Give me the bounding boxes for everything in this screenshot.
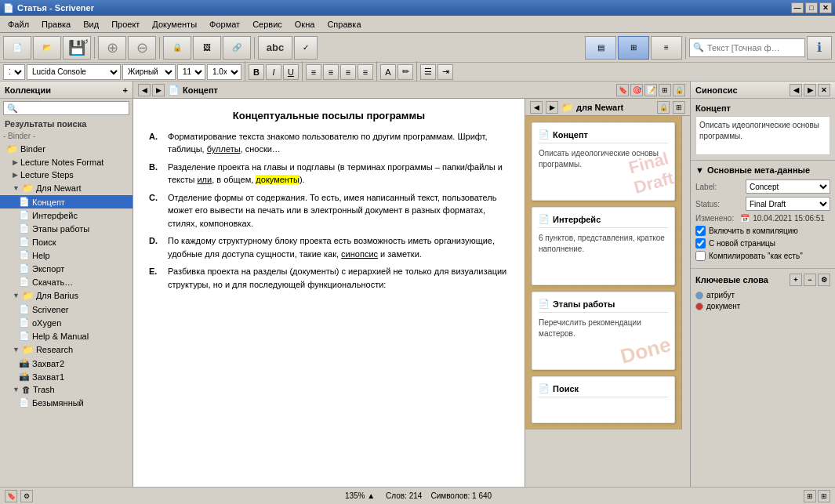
- target-button[interactable]: 🎯: [630, 84, 643, 96]
- open-button[interactable]: 📂: [33, 36, 61, 60]
- abc-button[interactable]: abc: [258, 36, 292, 60]
- keyword-settings-btn[interactable]: ⚙: [818, 274, 830, 286]
- keyword-remove-btn[interactable]: −: [804, 274, 816, 286]
- align-justify-button[interactable]: ≡: [358, 64, 373, 80]
- delete-button[interactable]: ⊖: [128, 36, 156, 60]
- info-button[interactable]: ℹ: [807, 36, 832, 60]
- list-button[interactable]: ☰: [420, 64, 436, 80]
- image-button[interactable]: 🖼: [193, 36, 221, 60]
- sidebar-item-lecture-notes[interactable]: ▶ Lecture Notes Format: [0, 156, 133, 169]
- menu-service[interactable]: Сервис: [246, 18, 289, 31]
- highlight-button[interactable]: ✏: [398, 64, 413, 80]
- sidebar-item-concept[interactable]: 📄 Концепт: [0, 195, 133, 208]
- font-select[interactable]: Lucida Console: [27, 64, 121, 80]
- card-etapy[interactable]: 📄 Этапы работы Перечислить рекомендации …: [532, 292, 675, 370]
- italic-button[interactable]: I: [266, 64, 281, 80]
- maximize-button[interactable]: □: [805, 2, 818, 13]
- checkbox-newpage[interactable]: [695, 238, 706, 248]
- spacing-select[interactable]: 1.0x: [207, 64, 241, 80]
- add-button[interactable]: ⊕: [98, 36, 126, 60]
- menu-windows[interactable]: Окна: [289, 18, 321, 31]
- align-right-button[interactable]: ≡: [340, 64, 356, 80]
- forward-button[interactable]: ▶: [152, 84, 165, 96]
- sidebar-item-research[interactable]: ▼ 📁 Research: [0, 343, 133, 357]
- checkbox-asis[interactable]: [695, 251, 706, 261]
- status-right-btn-2[interactable]: ⊞: [818, 490, 830, 502]
- align-center-button[interactable]: ≡: [323, 64, 339, 80]
- sidebar-item-zahvat1[interactable]: 📸 Захват1: [0, 370, 133, 383]
- font-color-button[interactable]: A: [380, 64, 396, 80]
- sidebar-item-bezymyanny[interactable]: 📄 Безымянный: [0, 396, 133, 409]
- card-content-etapy: Перечислить рекомендации мастеров.: [539, 317, 668, 339]
- sidebar-search-input[interactable]: [20, 104, 125, 113]
- new-doc-button[interactable]: 📄: [3, 36, 31, 60]
- menu-documents[interactable]: Документы: [146, 18, 203, 31]
- sidebar-item-export[interactable]: 📄 Экспорт: [0, 262, 133, 275]
- cork-back-btn[interactable]: ◀: [530, 101, 543, 114]
- sidebar-item-binder[interactable]: 📁 Binder: [0, 142, 133, 156]
- sidebar-item-help-manual[interactable]: 📄 Help & Manual: [0, 329, 133, 343]
- title-text: Статья - Scrivener: [17, 3, 94, 13]
- keyword-add-btn[interactable]: +: [790, 274, 802, 286]
- card-concept[interactable]: 📄 Концепт Описать идеологические основы …: [532, 122, 675, 201]
- sidebar-item-download[interactable]: 📄 Скачать…: [0, 275, 133, 288]
- indent-button[interactable]: ⇥: [437, 64, 453, 80]
- sidebar-item-etapy[interactable]: 📄 Этапы работы: [0, 222, 133, 235]
- minimize-button[interactable]: —: [791, 2, 804, 13]
- sidebar-item-scrivener[interactable]: 📄 Scrivener: [0, 303, 133, 316]
- style-select[interactable]: 1a: [3, 64, 25, 80]
- checkbox-compile[interactable]: [695, 226, 706, 236]
- inspector-btn-2[interactable]: ▶: [804, 84, 816, 96]
- cork-forward-btn[interactable]: ▶: [546, 101, 558, 114]
- expand-editor-button[interactable]: ⊞: [659, 84, 671, 96]
- check-button[interactable]: ✓: [294, 36, 318, 60]
- cork-expand-btn[interactable]: ⊞: [673, 101, 685, 114]
- search-input[interactable]: [707, 43, 801, 53]
- menu-view[interactable]: Вид: [77, 18, 105, 31]
- sidebar-item-zahvat2[interactable]: 📸 Захват2: [0, 357, 133, 370]
- sidebar-item-lecture-steps[interactable]: ▶ Lecture Steps: [0, 169, 133, 181]
- sidebar-item-trash[interactable]: ▼ 🗑 Trash: [0, 383, 133, 396]
- sidebar-item-dlya-newart[interactable]: ▼ 📁 Для Newart: [0, 181, 133, 195]
- sidebar-item-poisk[interactable]: 📄 Поиск: [0, 235, 133, 248]
- menu-edit[interactable]: Правка: [35, 18, 77, 31]
- sidebar-item-dlya-barius[interactable]: ▼ 📁 Для Barius: [0, 288, 133, 303]
- status-btn-2[interactable]: ⚙: [20, 490, 33, 502]
- menu-file[interactable]: Файл: [2, 18, 35, 31]
- save-button[interactable]: 💾 ↺: [63, 36, 91, 60]
- view-btn-3[interactable]: ≡: [651, 36, 682, 60]
- link-button[interactable]: 🔗: [223, 36, 251, 60]
- label-select[interactable]: Concept: [746, 179, 830, 194]
- status-select[interactable]: Final Draft: [746, 197, 830, 211]
- weight-select[interactable]: Жирный: [122, 64, 176, 80]
- card-poisk[interactable]: 📄 Поиск: [532, 376, 675, 423]
- zoom-up-btn[interactable]: ▲: [367, 491, 375, 500]
- view-btn-1[interactable]: ▤: [585, 36, 616, 60]
- inspector-btn-1[interactable]: ◀: [790, 84, 802, 96]
- inspector-btn-3[interactable]: ✕: [818, 84, 830, 96]
- size-select[interactable]: 11: [177, 64, 205, 80]
- notes-button[interactable]: 📝: [644, 84, 657, 96]
- sidebar-item-oxygen[interactable]: 📄 oXygen: [0, 316, 133, 329]
- bookmark-button[interactable]: 🔖: [616, 84, 629, 96]
- menu-help[interactable]: Справка: [321, 18, 367, 31]
- cork-lock-btn[interactable]: 🔒: [657, 101, 670, 114]
- align-left-button[interactable]: ≡: [306, 64, 321, 80]
- lock-button[interactable]: 🔒: [163, 36, 191, 60]
- menu-project[interactable]: Проект: [105, 18, 146, 31]
- sidebar-item-interface[interactable]: 📄 Интерфейс: [0, 208, 133, 222]
- view-btn-2[interactable]: ⊞: [618, 36, 649, 60]
- sidebar-add-button[interactable]: +: [123, 85, 128, 95]
- lock-editor-button[interactable]: 🔒: [673, 84, 685, 96]
- synopsis-text[interactable]: Описать идеологические основы программы.: [695, 116, 830, 155]
- menu-format[interactable]: Формат: [203, 18, 246, 31]
- status-right-btn-1[interactable]: ⊞: [804, 490, 816, 502]
- underline-button[interactable]: U: [283, 64, 299, 80]
- close-button[interactable]: ✕: [819, 2, 832, 13]
- card-interface[interactable]: 📄 Интерфейс 6 пунктов, представления, кр…: [532, 207, 675, 285]
- status-btn-1[interactable]: 🔖: [5, 490, 17, 502]
- editor-content[interactable]: Концептуальные посылы программы A. Форма…: [133, 99, 525, 487]
- back-button[interactable]: ◀: [138, 84, 151, 96]
- sidebar-item-help[interactable]: 📄 Help: [0, 248, 133, 262]
- bold-button[interactable]: B: [249, 64, 264, 80]
